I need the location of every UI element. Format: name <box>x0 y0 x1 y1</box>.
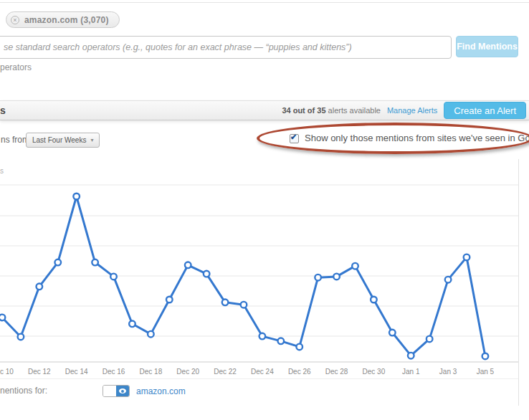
x-tick-label: Dec 30 <box>363 368 386 376</box>
x-tick-label: Dec 22 <box>214 368 237 376</box>
data-point-dec-13[interactable] <box>54 259 61 266</box>
section-heading-fragment: s <box>0 105 6 116</box>
x-tick-label: Dec 24 <box>251 368 274 376</box>
alerts-toolbar: s 34 out of 35 alerts available Manage A… <box>0 100 529 120</box>
keyword-chip[interactable]: × amazon.com (3,070) <box>6 11 120 28</box>
data-point-dec-29[interactable] <box>352 263 358 269</box>
legend-series-label[interactable]: amazon.com <box>136 386 186 396</box>
data-point-jan-3[interactable] <box>445 277 452 283</box>
data-point-dec-31[interactable] <box>389 330 396 336</box>
remove-chip-icon[interactable]: × <box>11 16 19 24</box>
data-point-jan-4[interactable] <box>464 254 470 261</box>
chart-bottom-divider <box>0 378 518 379</box>
data-point-dec-28[interactable] <box>333 274 340 280</box>
panel-right-border <box>518 159 519 406</box>
search-operators-help-text[interactable]: perators <box>0 62 32 72</box>
x-tick-label: Dec 20 <box>176 368 199 376</box>
toggle-on-half <box>116 386 129 396</box>
data-point-dec-30[interactable] <box>371 297 377 303</box>
x-tick-label: Dec 28 <box>325 368 348 376</box>
date-range-value: Last Four Weeks <box>32 136 86 144</box>
data-point-dec-22[interactable] <box>222 300 229 306</box>
x-tick-label: Dec 16 <box>103 368 125 376</box>
data-point-dec-24[interactable] <box>259 333 266 340</box>
x-tick-label: Dec 10 <box>0 368 14 376</box>
series-visibility-toggle[interactable] <box>103 385 130 397</box>
google-news-checkbox-label[interactable]: Show only those mentions from sites we'v… <box>305 133 529 143</box>
alerts-count: 34 out of 35 <box>282 106 325 115</box>
x-tick-label: Dec 18 <box>140 368 163 376</box>
checkmark-icon: ✔ <box>290 133 297 142</box>
data-point-dec-23[interactable] <box>241 302 247 308</box>
data-point-dec-25[interactable] <box>278 338 285 345</box>
alerts-availability-status: 34 out of 35 alerts available <box>282 106 381 115</box>
x-tick-label: Jan 5 <box>477 368 495 376</box>
x-tick-label: Dec 12 <box>28 368 51 376</box>
section-divider <box>0 2 529 3</box>
mentions-line-chart: Dec 10Dec 12Dec 14Dec 16Dec 18Dec 20Dec … <box>0 161 529 383</box>
chevron-down-icon: ▾ <box>90 137 93 143</box>
alerts-count-suffix: alerts available <box>326 106 381 115</box>
google-news-checkbox[interactable]: ✔ <box>290 134 299 143</box>
data-point-dec-10[interactable] <box>0 315 5 321</box>
data-point-dec-26[interactable] <box>296 344 302 350</box>
x-tick-label: Jan 3 <box>439 368 457 376</box>
data-point-dec-15[interactable] <box>92 259 98 266</box>
data-point-dec-20[interactable] <box>185 262 191 269</box>
toolbar-right-cluster: 34 out of 35 alerts available Manage Ale… <box>282 101 526 120</box>
google-news-filter: ✔ Show only those mentions from sites we… <box>290 133 529 144</box>
data-point-dec-14[interactable] <box>73 194 80 200</box>
keyword-chip-label: amazon.com (3,070) <box>24 15 109 25</box>
data-point-dec-12[interactable] <box>37 284 43 290</box>
toggle-off-half <box>103 386 116 396</box>
x-tick-label: Dec 14 <box>65 368 88 376</box>
legend-caption-fragment: nentions for: <box>0 386 47 396</box>
data-point-dec-21[interactable] <box>204 271 210 277</box>
data-point-dec-27[interactable] <box>315 275 321 281</box>
find-mentions-button[interactable]: Find Mentions <box>456 36 518 57</box>
data-point-dec-16[interactable] <box>110 274 117 280</box>
data-point-dec-11[interactable] <box>18 334 24 340</box>
data-point-jan-2[interactable] <box>426 336 433 343</box>
data-point-jan-1[interactable] <box>408 353 414 359</box>
create-alert-button[interactable]: Create an Alert <box>444 102 526 119</box>
manage-alerts-link[interactable]: Manage Alerts <box>387 106 437 115</box>
x-tick-label: Dec 26 <box>288 368 311 376</box>
date-range-dropdown[interactable]: Last Four Weeks ▾ <box>26 133 100 148</box>
eye-icon <box>119 388 126 393</box>
search-input[interactable] <box>0 36 452 59</box>
data-point-dec-18[interactable] <box>148 331 154 338</box>
data-point-jan-5[interactable] <box>482 353 489 360</box>
data-point-dec-17[interactable] <box>129 320 135 327</box>
data-point-dec-19[interactable] <box>166 297 173 303</box>
x-tick-label: Jan 1 <box>402 368 420 376</box>
